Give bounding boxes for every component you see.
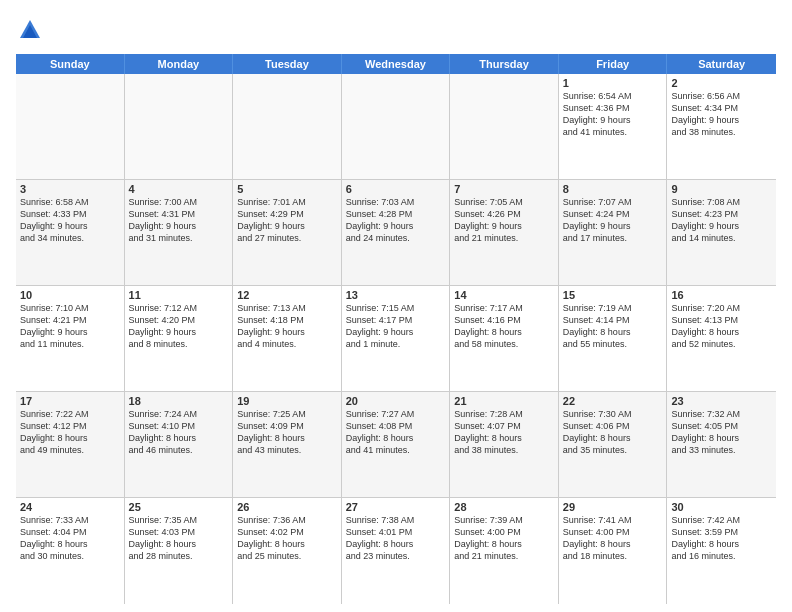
day-number: 17: [20, 395, 120, 407]
calendar-cell: 28Sunrise: 7:39 AM Sunset: 4:00 PM Dayli…: [450, 498, 559, 604]
day-number: 6: [346, 183, 446, 195]
day-info: Sunrise: 7:13 AM Sunset: 4:18 PM Dayligh…: [237, 302, 337, 351]
calendar-body: 1Sunrise: 6:54 AM Sunset: 4:36 PM Daylig…: [16, 74, 776, 604]
calendar-cell: 26Sunrise: 7:36 AM Sunset: 4:02 PM Dayli…: [233, 498, 342, 604]
day-info: Sunrise: 6:54 AM Sunset: 4:36 PM Dayligh…: [563, 90, 663, 139]
day-number: 13: [346, 289, 446, 301]
calendar-header: SundayMondayTuesdayWednesdayThursdayFrid…: [16, 54, 776, 74]
day-info: Sunrise: 7:28 AM Sunset: 4:07 PM Dayligh…: [454, 408, 554, 457]
calendar-cell: 6Sunrise: 7:03 AM Sunset: 4:28 PM Daylig…: [342, 180, 451, 285]
calendar-cell: 19Sunrise: 7:25 AM Sunset: 4:09 PM Dayli…: [233, 392, 342, 497]
day-number: 15: [563, 289, 663, 301]
day-number: 10: [20, 289, 120, 301]
weekday-header-friday: Friday: [559, 54, 668, 74]
day-number: 19: [237, 395, 337, 407]
calendar: SundayMondayTuesdayWednesdayThursdayFrid…: [16, 54, 776, 604]
weekday-header-wednesday: Wednesday: [342, 54, 451, 74]
day-info: Sunrise: 7:39 AM Sunset: 4:00 PM Dayligh…: [454, 514, 554, 563]
day-info: Sunrise: 7:12 AM Sunset: 4:20 PM Dayligh…: [129, 302, 229, 351]
calendar-cell: 5Sunrise: 7:01 AM Sunset: 4:29 PM Daylig…: [233, 180, 342, 285]
calendar-cell: 16Sunrise: 7:20 AM Sunset: 4:13 PM Dayli…: [667, 286, 776, 391]
day-number: 21: [454, 395, 554, 407]
calendar-cell: 18Sunrise: 7:24 AM Sunset: 4:10 PM Dayli…: [125, 392, 234, 497]
day-number: 18: [129, 395, 229, 407]
day-info: Sunrise: 7:36 AM Sunset: 4:02 PM Dayligh…: [237, 514, 337, 563]
page: SundayMondayTuesdayWednesdayThursdayFrid…: [0, 0, 792, 612]
day-info: Sunrise: 7:27 AM Sunset: 4:08 PM Dayligh…: [346, 408, 446, 457]
day-number: 14: [454, 289, 554, 301]
calendar-cell: [450, 74, 559, 179]
calendar-cell: 27Sunrise: 7:38 AM Sunset: 4:01 PM Dayli…: [342, 498, 451, 604]
calendar-cell: 10Sunrise: 7:10 AM Sunset: 4:21 PM Dayli…: [16, 286, 125, 391]
day-number: 4: [129, 183, 229, 195]
calendar-cell: 14Sunrise: 7:17 AM Sunset: 4:16 PM Dayli…: [450, 286, 559, 391]
calendar-cell: 11Sunrise: 7:12 AM Sunset: 4:20 PM Dayli…: [125, 286, 234, 391]
calendar-cell: 12Sunrise: 7:13 AM Sunset: 4:18 PM Dayli…: [233, 286, 342, 391]
weekday-header-monday: Monday: [125, 54, 234, 74]
day-info: Sunrise: 7:19 AM Sunset: 4:14 PM Dayligh…: [563, 302, 663, 351]
calendar-cell: [16, 74, 125, 179]
day-number: 23: [671, 395, 772, 407]
day-info: Sunrise: 7:00 AM Sunset: 4:31 PM Dayligh…: [129, 196, 229, 245]
day-number: 8: [563, 183, 663, 195]
calendar-cell: 29Sunrise: 7:41 AM Sunset: 4:00 PM Dayli…: [559, 498, 668, 604]
day-number: 1: [563, 77, 663, 89]
day-info: Sunrise: 7:17 AM Sunset: 4:16 PM Dayligh…: [454, 302, 554, 351]
day-number: 3: [20, 183, 120, 195]
day-info: Sunrise: 7:25 AM Sunset: 4:09 PM Dayligh…: [237, 408, 337, 457]
calendar-cell: 2Sunrise: 6:56 AM Sunset: 4:34 PM Daylig…: [667, 74, 776, 179]
day-info: Sunrise: 6:56 AM Sunset: 4:34 PM Dayligh…: [671, 90, 772, 139]
day-info: Sunrise: 7:38 AM Sunset: 4:01 PM Dayligh…: [346, 514, 446, 563]
calendar-week-4: 17Sunrise: 7:22 AM Sunset: 4:12 PM Dayli…: [16, 392, 776, 498]
calendar-cell: 21Sunrise: 7:28 AM Sunset: 4:07 PM Dayli…: [450, 392, 559, 497]
day-info: Sunrise: 7:07 AM Sunset: 4:24 PM Dayligh…: [563, 196, 663, 245]
calendar-week-5: 24Sunrise: 7:33 AM Sunset: 4:04 PM Dayli…: [16, 498, 776, 604]
day-number: 28: [454, 501, 554, 513]
calendar-cell: 8Sunrise: 7:07 AM Sunset: 4:24 PM Daylig…: [559, 180, 668, 285]
day-info: Sunrise: 7:33 AM Sunset: 4:04 PM Dayligh…: [20, 514, 120, 563]
day-info: Sunrise: 7:35 AM Sunset: 4:03 PM Dayligh…: [129, 514, 229, 563]
calendar-cell: 15Sunrise: 7:19 AM Sunset: 4:14 PM Dayli…: [559, 286, 668, 391]
day-number: 27: [346, 501, 446, 513]
weekday-header-saturday: Saturday: [667, 54, 776, 74]
calendar-week-3: 10Sunrise: 7:10 AM Sunset: 4:21 PM Dayli…: [16, 286, 776, 392]
day-info: Sunrise: 7:08 AM Sunset: 4:23 PM Dayligh…: [671, 196, 772, 245]
calendar-cell: 24Sunrise: 7:33 AM Sunset: 4:04 PM Dayli…: [16, 498, 125, 604]
weekday-header-tuesday: Tuesday: [233, 54, 342, 74]
day-number: 29: [563, 501, 663, 513]
weekday-header-thursday: Thursday: [450, 54, 559, 74]
day-info: Sunrise: 7:10 AM Sunset: 4:21 PM Dayligh…: [20, 302, 120, 351]
calendar-week-1: 1Sunrise: 6:54 AM Sunset: 4:36 PM Daylig…: [16, 74, 776, 180]
day-info: Sunrise: 7:20 AM Sunset: 4:13 PM Dayligh…: [671, 302, 772, 351]
calendar-cell: 3Sunrise: 6:58 AM Sunset: 4:33 PM Daylig…: [16, 180, 125, 285]
day-info: Sunrise: 7:24 AM Sunset: 4:10 PM Dayligh…: [129, 408, 229, 457]
day-info: Sunrise: 7:15 AM Sunset: 4:17 PM Dayligh…: [346, 302, 446, 351]
day-info: Sunrise: 7:01 AM Sunset: 4:29 PM Dayligh…: [237, 196, 337, 245]
day-info: Sunrise: 7:03 AM Sunset: 4:28 PM Dayligh…: [346, 196, 446, 245]
day-number: 22: [563, 395, 663, 407]
day-number: 30: [671, 501, 772, 513]
day-info: Sunrise: 7:32 AM Sunset: 4:05 PM Dayligh…: [671, 408, 772, 457]
calendar-cell: [125, 74, 234, 179]
calendar-cell: 9Sunrise: 7:08 AM Sunset: 4:23 PM Daylig…: [667, 180, 776, 285]
day-number: 7: [454, 183, 554, 195]
calendar-cell: 22Sunrise: 7:30 AM Sunset: 4:06 PM Dayli…: [559, 392, 668, 497]
day-number: 2: [671, 77, 772, 89]
day-info: Sunrise: 7:30 AM Sunset: 4:06 PM Dayligh…: [563, 408, 663, 457]
logo: [16, 16, 48, 44]
day-number: 26: [237, 501, 337, 513]
calendar-cell: 7Sunrise: 7:05 AM Sunset: 4:26 PM Daylig…: [450, 180, 559, 285]
logo-icon: [16, 16, 44, 44]
day-number: 12: [237, 289, 337, 301]
calendar-cell: [233, 74, 342, 179]
calendar-cell: 23Sunrise: 7:32 AM Sunset: 4:05 PM Dayli…: [667, 392, 776, 497]
calendar-cell: 20Sunrise: 7:27 AM Sunset: 4:08 PM Dayli…: [342, 392, 451, 497]
day-info: Sunrise: 7:41 AM Sunset: 4:00 PM Dayligh…: [563, 514, 663, 563]
calendar-week-2: 3Sunrise: 6:58 AM Sunset: 4:33 PM Daylig…: [16, 180, 776, 286]
day-info: Sunrise: 7:42 AM Sunset: 3:59 PM Dayligh…: [671, 514, 772, 563]
day-number: 20: [346, 395, 446, 407]
weekday-header-sunday: Sunday: [16, 54, 125, 74]
day-number: 24: [20, 501, 120, 513]
day-info: Sunrise: 6:58 AM Sunset: 4:33 PM Dayligh…: [20, 196, 120, 245]
day-number: 9: [671, 183, 772, 195]
